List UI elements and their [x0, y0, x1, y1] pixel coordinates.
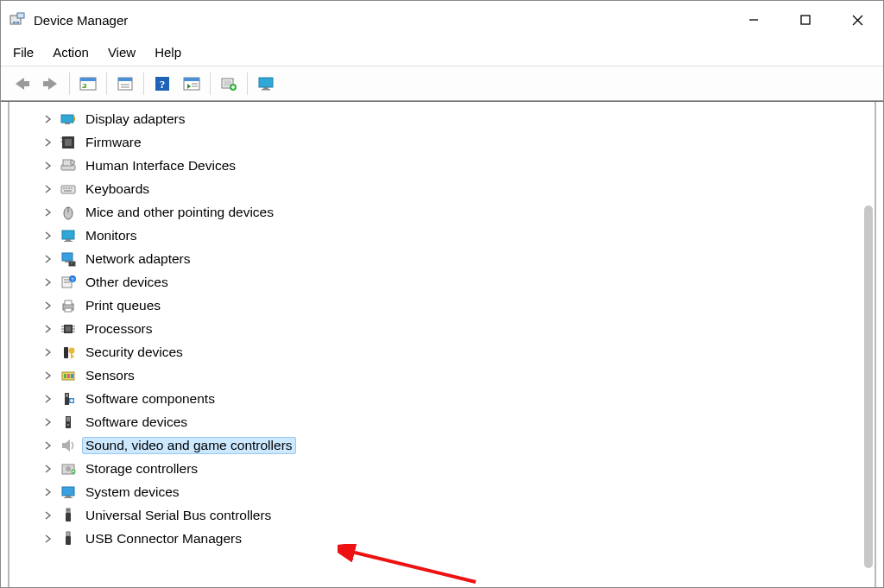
menu-help[interactable]: Help: [155, 45, 181, 60]
expander-icon[interactable]: [42, 509, 54, 522]
tree-item[interactable]: Software devices: [42, 410, 875, 433]
expander-icon[interactable]: [42, 346, 54, 358]
svg-rect-42: [68, 187, 70, 189]
svg-rect-94: [66, 532, 70, 536]
menu-view[interactable]: View: [108, 45, 136, 60]
menu-file[interactable]: File: [13, 45, 34, 60]
svg-point-86: [66, 466, 71, 471]
tree-item[interactable]: Software components: [42, 387, 875, 410]
svg-rect-5: [801, 16, 810, 24]
tree-item[interactable]: Universal Serial Bus controllers: [42, 503, 875, 527]
forward-button[interactable]: [37, 71, 65, 97]
expander-icon[interactable]: [42, 300, 54, 312]
tree-item[interactable]: Monitors: [42, 224, 875, 247]
svg-rect-30: [65, 123, 70, 124]
help-button[interactable]: ?: [148, 71, 176, 97]
expander-icon[interactable]: [42, 439, 54, 452]
expander-icon[interactable]: [42, 183, 54, 195]
usb-connector-icon: [60, 530, 77, 547]
titlebar-controls: [728, 1, 883, 39]
properties-button[interactable]: [111, 71, 139, 97]
svg-rect-55: [64, 279, 70, 281]
tree-item[interactable]: Sound, video and game controllers: [42, 433, 875, 457]
svg-rect-82: [66, 417, 70, 421]
toolbar-separator: [69, 73, 70, 95]
tree-item[interactable]: Network adapters: [42, 247, 875, 270]
toolbar-separator: [143, 73, 144, 95]
expander-icon[interactable]: [42, 206, 54, 218]
tree-item-label: Software components: [82, 390, 218, 408]
tree-item[interactable]: Human Interface Devices: [42, 154, 875, 177]
monitor-devices-button[interactable]: [252, 71, 280, 97]
tree-item[interactable]: System devices: [42, 480, 875, 503]
tree-item[interactable]: Keyboards: [42, 177, 875, 200]
svg-rect-31: [73, 117, 75, 121]
expander-icon[interactable]: [42, 323, 54, 335]
close-button[interactable]: [831, 1, 883, 39]
tree-item[interactable]: Mice and other pointing devices: [42, 200, 875, 224]
svg-text:?: ?: [160, 78, 166, 91]
tree-item[interactable]: Display adapters: [42, 107, 875, 130]
svg-rect-28: [262, 89, 270, 91]
svg-rect-11: [80, 78, 96, 81]
svg-rect-76: [67, 374, 70, 378]
tree-item[interactable]: Sensors: [42, 364, 875, 387]
keyboard-icon: [60, 180, 77, 198]
tree-item-label: Software devices: [82, 414, 191, 431]
usb-icon: [60, 507, 77, 524]
menu-action[interactable]: Action: [53, 45, 89, 60]
scrollbar-thumb[interactable]: [864, 205, 873, 568]
tree-item[interactable]: ?Other devices: [42, 270, 875, 294]
device-tree[interactable]: Display adaptersFirmwareHuman Interface …: [9, 102, 875, 557]
tree-item-label: Network adapters: [82, 250, 193, 268]
processor-icon: [60, 320, 77, 338]
tree-item[interactable]: Storage controllers: [42, 457, 875, 480]
svg-rect-60: [65, 300, 72, 305]
app-icon: [9, 12, 25, 28]
tree-item-label: Processors: [82, 320, 156, 338]
svg-point-53: [71, 262, 73, 264]
tree-body: Display adaptersFirmwareHuman Interface …: [1, 101, 883, 587]
tree-item[interactable]: Processors: [42, 317, 875, 340]
expander-icon[interactable]: [42, 276, 54, 288]
system-device-icon: [60, 484, 77, 501]
storage-icon: [60, 460, 77, 477]
expander-icon[interactable]: [42, 113, 54, 125]
toolbar: ?: [1, 66, 883, 101]
svg-rect-90: [64, 497, 73, 498]
tree-item[interactable]: USB Connector Managers: [42, 527, 875, 550]
back-button[interactable]: [8, 71, 35, 97]
tree-item[interactable]: Print queues: [42, 294, 875, 317]
toolbar-separator: [106, 73, 107, 95]
expander-icon[interactable]: [42, 533, 54, 545]
tree-item[interactable]: Security devices: [42, 340, 875, 364]
expander-icon[interactable]: [42, 463, 54, 475]
svg-rect-49: [64, 241, 73, 242]
maximize-button[interactable]: [780, 1, 831, 39]
expander-icon[interactable]: [42, 160, 54, 172]
expander-icon[interactable]: [42, 136, 54, 149]
mouse-icon: [60, 204, 77, 221]
svg-rect-29: [61, 115, 73, 123]
monitor-icon: [60, 227, 77, 244]
show-hide-tree-button[interactable]: [74, 71, 102, 97]
expander-icon[interactable]: [42, 253, 54, 265]
svg-point-38: [71, 160, 75, 164]
update-driver-button[interactable]: [215, 71, 243, 97]
expander-icon[interactable]: [42, 393, 54, 405]
tree-item-label: Firmware: [82, 134, 145, 151]
svg-rect-9: [43, 81, 50, 86]
svg-rect-77: [71, 374, 73, 378]
expander-icon[interactable]: [42, 486, 54, 498]
svg-rect-48: [66, 239, 71, 241]
expander-icon[interactable]: [42, 416, 54, 428]
tree-item[interactable]: Firmware: [42, 130, 875, 154]
expander-icon[interactable]: [42, 370, 54, 382]
toolbar-separator: [210, 73, 211, 95]
tree-item-label: Display adapters: [82, 111, 188, 128]
svg-rect-50: [62, 253, 73, 261]
svg-rect-39: [61, 186, 75, 193]
scan-hardware-button[interactable]: [178, 71, 205, 97]
expander-icon[interactable]: [42, 230, 54, 242]
minimize-button[interactable]: [728, 1, 780, 39]
